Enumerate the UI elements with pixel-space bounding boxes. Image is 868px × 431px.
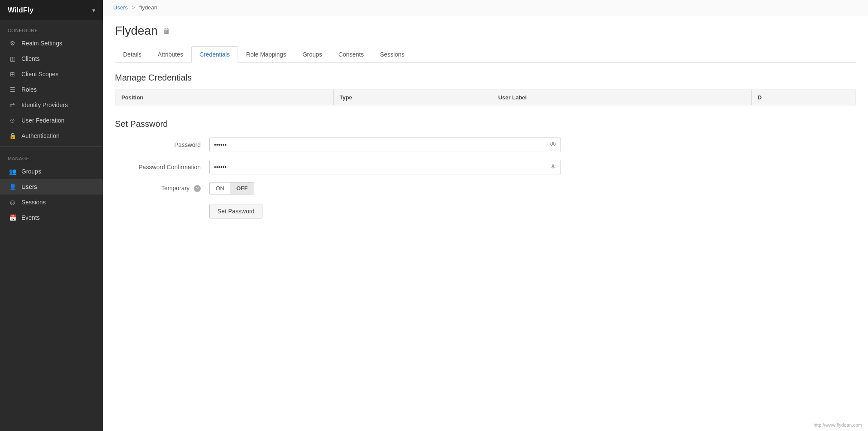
temporary-toggle-button[interactable]: ON OFF	[209, 182, 254, 195]
col-user-label: User Label	[492, 90, 751, 105]
password-row: Password 👁	[115, 138, 856, 152]
tab-role-mappings[interactable]: Role Mappings	[238, 46, 294, 63]
page-header: Flydean 🗑	[115, 24, 856, 38]
sidebar-item-label: Sessions	[21, 199, 46, 206]
sidebar-item-label: Realm Settings	[21, 40, 62, 47]
password-input-wrap: 👁	[209, 138, 561, 152]
sidebar-item-label: Authentication	[21, 132, 60, 139]
sidebar-item-clients[interactable]: ◫ Clients	[0, 51, 103, 66]
temporary-help-icon[interactable]: ?	[194, 185, 201, 192]
set-password-action-row: Set Password	[115, 202, 856, 218]
col-position: Position	[115, 90, 334, 105]
sidebar-item-label: Groups	[21, 168, 41, 175]
events-icon: 📅	[8, 214, 17, 221]
col-type: Type	[333, 90, 492, 105]
breadcrumb-current: flydean	[139, 4, 157, 11]
password-confirmation-row: Password Confirmation 👁	[115, 160, 856, 174]
tab-consents[interactable]: Consents	[330, 46, 372, 63]
identity-providers-icon: ⇄	[8, 102, 17, 108]
sessions-icon: ◎	[8, 199, 17, 206]
chevron-down-icon: ▾	[92, 7, 95, 14]
password-confirmation-input[interactable]	[209, 160, 561, 174]
sidebar-item-label: Users	[21, 183, 37, 190]
temporary-row: Temporary ? ON OFF	[115, 182, 856, 195]
temporary-label: Temporary ?	[115, 185, 209, 192]
page-title: Flydean	[115, 24, 158, 38]
sidebar-item-label: Roles	[21, 86, 37, 93]
realm-settings-icon: ⚙	[8, 40, 17, 47]
user-federation-icon: ⊙	[8, 117, 17, 124]
sidebar-item-events[interactable]: 📅 Events	[0, 210, 103, 225]
breadcrumb-parent-link[interactable]: Users	[113, 4, 128, 11]
page-content: Flydean 🗑 Details Attributes Credentials…	[103, 15, 868, 431]
sidebar-item-label: Events	[21, 214, 40, 221]
tab-details[interactable]: Details	[115, 46, 150, 63]
configure-section-label: Configure	[0, 21, 103, 36]
app-title: WildFly	[8, 6, 33, 15]
main-content: Users > flydean Flydean 🗑 Details Attrib…	[103, 0, 868, 431]
toggle-on-button[interactable]: ON	[210, 183, 230, 194]
clients-icon: ◫	[8, 55, 17, 62]
temporary-toggle: ON OFF	[209, 182, 254, 195]
col-d: D	[751, 90, 856, 105]
breadcrumb: Users > flydean	[103, 0, 868, 15]
sidebar-item-users[interactable]: 👤 Users	[0, 179, 103, 195]
tab-groups[interactable]: Groups	[294, 46, 330, 63]
breadcrumb-separator: >	[132, 4, 136, 11]
authentication-icon: 🔒	[8, 132, 17, 139]
client-scopes-icon: ⊞	[8, 71, 17, 78]
sidebar-item-label: Clients	[21, 55, 40, 62]
sidebar-item-user-federation[interactable]: ⊙ User Federation	[0, 113, 103, 128]
sidebar-item-identity-providers[interactable]: ⇄ Identity Providers	[0, 97, 103, 113]
tab-credentials[interactable]: Credentials	[191, 46, 238, 63]
sidebar-header[interactable]: WildFly ▾	[0, 0, 103, 21]
tabs-bar: Details Attributes Credentials Role Mapp…	[115, 46, 856, 63]
watermark: http://www.flydean.com	[814, 422, 862, 428]
sidebar-item-sessions[interactable]: ◎ Sessions	[0, 195, 103, 210]
toggle-off-button[interactable]: OFF	[230, 183, 254, 194]
credentials-table: Position Type User Label D	[115, 90, 856, 105]
password-confirmation-eye-icon[interactable]: 👁	[550, 163, 557, 171]
password-confirmation-label: Password Confirmation	[115, 164, 209, 171]
tab-sessions[interactable]: Sessions	[372, 46, 413, 63]
set-password-title: Set Password	[115, 119, 856, 129]
sidebar-item-label: User Federation	[21, 117, 64, 124]
password-confirmation-input-wrap: 👁	[209, 160, 561, 174]
sidebar-item-groups[interactable]: 👥 Groups	[0, 164, 103, 179]
sidebar-item-client-scopes[interactable]: ⊞ Client Scopes	[0, 66, 103, 82]
sidebar-item-label: Identity Providers	[21, 102, 68, 108]
groups-icon: 👥	[8, 168, 17, 175]
tab-attributes[interactable]: Attributes	[150, 46, 191, 63]
password-label: Password	[115, 141, 209, 148]
manage-credentials-title: Manage Credentials	[115, 73, 856, 83]
sidebar-item-authentication[interactable]: 🔒 Authentication	[0, 128, 103, 144]
password-input[interactable]	[209, 138, 561, 152]
sidebar-item-realm-settings[interactable]: ⚙ Realm Settings	[0, 36, 103, 51]
set-password-button[interactable]: Set Password	[209, 204, 262, 218]
roles-icon: ☰	[8, 86, 17, 93]
users-icon: 👤	[8, 183, 17, 190]
sidebar-item-label: Client Scopes	[21, 71, 58, 78]
delete-icon[interactable]: 🗑	[163, 27, 171, 36]
manage-section-label: Manage	[0, 149, 103, 164]
sidebar-item-roles[interactable]: ☰ Roles	[0, 82, 103, 97]
sidebar: WildFly ▾ Configure ⚙ Realm Settings ◫ C…	[0, 0, 103, 431]
password-eye-icon[interactable]: 👁	[550, 141, 557, 149]
